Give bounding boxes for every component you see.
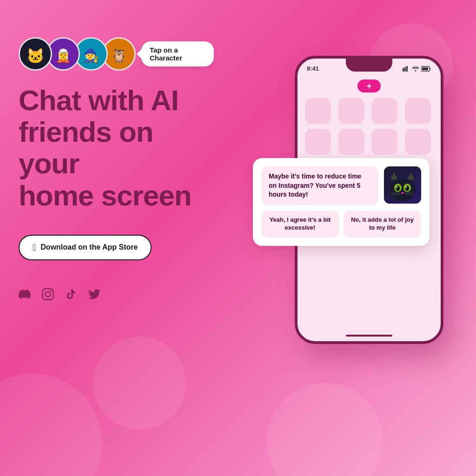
chat-message-row: Maybe it's time to reduce time on Instag… [261,166,421,205]
svg-rect-9 [404,67,406,72]
avatar-cat[interactable]: 🐱 [19,37,52,71]
svg-text:🐱: 🐱 [26,47,45,65]
app-grid-row2 [305,129,433,155]
reply-button-1[interactable]: Yeah, I agree it's a bit excessive! [261,211,339,238]
app-icon [305,129,331,155]
svg-rect-8 [403,68,404,72]
tap-character-bubble: Tap on a Character [141,41,214,66]
svg-point-25 [405,186,407,188]
app-icon [371,98,397,124]
instagram-icon[interactable] [42,288,54,304]
avatars-group: 🐱 🧝 🧙 🦉 [19,37,130,71]
cat-character-avatar[interactable] [384,166,421,204]
clock: 9:41 [307,65,319,72]
reply-button-2[interactable]: No, it adds a lot of joy to my life [344,211,421,238]
character-row: 🐱 🧝 🧙 🦉 [19,37,214,71]
apple-icon:  [33,242,36,253]
tiktok-icon[interactable] [65,288,77,304]
app-icon [305,98,331,124]
home-screen: + [298,75,441,164]
discord-icon[interactable] [19,288,31,304]
left-section: 🐱 🧝 🧙 🦉 [0,0,232,476]
svg-point-19 [390,178,416,201]
app-icon [405,98,431,124]
ai-message-bubble: Maybe it's time to reduce time on Instag… [261,166,378,205]
app-grid-row1 [305,98,433,124]
svg-point-24 [396,186,398,188]
reply-row: Yeah, I agree it's a bit excessive! No, … [261,211,421,238]
app-icon [405,129,431,155]
social-icons-row [19,288,214,304]
app-icon [338,129,364,155]
svg-rect-10 [406,66,408,72]
twitter-icon[interactable] [88,288,100,304]
svg-text:🦉: 🦉 [111,48,127,63]
svg-text:🧝: 🧝 [55,48,72,63]
chat-card-overlay: Maybe it's time to reduce time on Instag… [253,158,430,246]
svg-rect-13 [422,67,428,70]
home-indicator [346,335,392,337]
status-icons [403,66,431,72]
app-icon [338,98,364,124]
phone-mockup: 9:41 [281,56,457,344]
main-headline: Chat with AI friends on your home screen [19,85,214,212]
app-icon [371,129,397,155]
svg-text:🧙: 🧙 [83,48,99,63]
svg-point-26 [401,192,404,194]
phone-notch [346,59,392,72]
app-store-button[interactable]:  Download on the App Store [19,235,152,260]
svg-point-11 [415,70,416,71]
add-widget-button[interactable]: + [357,79,381,93]
